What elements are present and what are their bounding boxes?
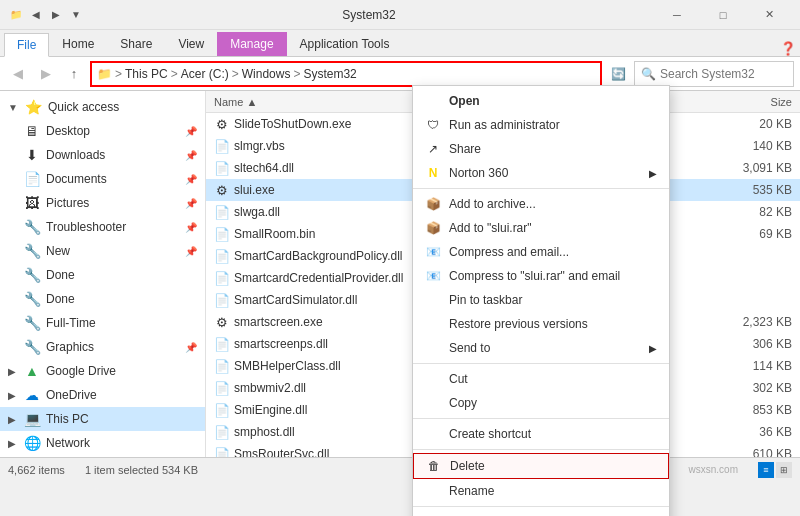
sidebar-item-done1[interactable]: 🔧 Done (0, 263, 205, 287)
sidebar-item-desktop[interactable]: 🖥 Desktop 📌 (0, 119, 205, 143)
archive-icon: 📦 (425, 196, 441, 212)
copy-icon (425, 395, 441, 411)
file-size: 2,323 KB (712, 315, 792, 329)
cm-restore-versions[interactable]: Restore previous versions (413, 312, 669, 336)
sidebar-item-downloads[interactable]: ⬇ Downloads 📌 (0, 143, 205, 167)
tab-share[interactable]: Share (107, 32, 165, 56)
cm-file-insight[interactable]: File Insight (413, 510, 669, 516)
expand-icon: ▶ (8, 414, 16, 425)
file-size: 535 KB (712, 183, 792, 197)
file-icon: 📄 (214, 270, 230, 286)
search-box[interactable]: 🔍 (634, 61, 794, 87)
search-input[interactable] (660, 67, 787, 81)
sidebar-item-label: OneDrive (46, 388, 197, 402)
shortcut-icon (425, 426, 441, 442)
tab-view[interactable]: View (165, 32, 217, 56)
refresh-button[interactable]: 🔄 (606, 62, 630, 86)
cm-add-archive[interactable]: 📦 Add to archive... (413, 192, 669, 216)
star-icon: ⭐ (26, 99, 42, 115)
window-controls: ─ □ ✕ (654, 0, 792, 30)
cm-compress-email[interactable]: 📧 Compress and email... (413, 240, 669, 264)
cm-label: Run as administrator (449, 118, 560, 132)
tab-home[interactable]: Home (49, 32, 107, 56)
file-icon: ⚙ (214, 116, 230, 132)
sidebar-item-new[interactable]: 🔧 New 📌 (0, 239, 205, 263)
cm-separator (413, 418, 669, 419)
cm-send-to[interactable]: Send to ▶ (413, 336, 669, 360)
tab-file[interactable]: File (4, 33, 49, 57)
breadcrumb-acer[interactable]: Acer (C:) (181, 67, 229, 81)
sidebar-item-onedrive[interactable]: ▶ ☁ OneDrive (0, 383, 205, 407)
cm-add-rar[interactable]: 📦 Add to "slui.rar" (413, 216, 669, 240)
maximize-button[interactable]: □ (700, 0, 746, 30)
selected-info: 1 item selected 534 KB (85, 464, 198, 476)
sidebar-item-documents[interactable]: 📄 Documents 📌 (0, 167, 205, 191)
context-menu: Open 🛡 Run as administrator ↗ Share N No… (412, 85, 670, 516)
done-icon: 🔧 (24, 267, 40, 283)
file-icon: 📄 (214, 160, 230, 176)
shield-icon: 🛡 (425, 117, 441, 133)
sidebar: ▼ ⭐ Quick access 🖥 Desktop 📌 ⬇ Downloads… (0, 91, 206, 457)
sidebar-item-quick-access[interactable]: ▼ ⭐ Quick access (0, 95, 205, 119)
cm-pin-taskbar[interactable]: Pin to taskbar (413, 288, 669, 312)
pin-icon: 📌 (185, 174, 197, 185)
sidebar-item-fulltime[interactable]: 🔧 Full-Time (0, 311, 205, 335)
cm-cut[interactable]: Cut (413, 367, 669, 391)
cm-label: Delete (450, 459, 485, 473)
breadcrumb[interactable]: 📁 > This PC > Acer (C:) > Windows > Syst… (90, 61, 602, 87)
file-size: 610 KB (712, 447, 792, 457)
sidebar-item-google-drive[interactable]: ▶ ▲ Google Drive (0, 359, 205, 383)
folder-icon: 📁 (8, 7, 24, 23)
file-icon: ⚙ (214, 314, 230, 330)
cm-run-as-admin[interactable]: 🛡 Run as administrator (413, 113, 669, 137)
sidebar-item-label: Troubleshooter (46, 220, 179, 234)
sidebar-item-label: Quick access (48, 100, 197, 114)
sidebar-item-done2[interactable]: 🔧 Done (0, 287, 205, 311)
file-icon: 📄 (214, 292, 230, 308)
cm-copy[interactable]: Copy (413, 391, 669, 415)
sidebar-item-troubleshooter[interactable]: 🔧 Troubleshooter 📌 (0, 215, 205, 239)
forward-button[interactable]: ▶ (34, 62, 58, 86)
sidebar-item-network[interactable]: ▶ 🌐 Network (0, 431, 205, 455)
column-size[interactable]: Size (712, 96, 792, 108)
sidebar-item-pictures[interactable]: 🖼 Pictures 📌 (0, 191, 205, 215)
tab-application-tools[interactable]: Application Tools (287, 32, 403, 56)
cm-rename[interactable]: Rename (413, 479, 669, 503)
cm-share[interactable]: ↗ Share (413, 137, 669, 161)
sidebar-item-label: Google Drive (46, 364, 197, 378)
breadcrumb-windows[interactable]: Windows (242, 67, 291, 81)
back-icon-small: ◀ (28, 7, 44, 23)
file-icon: 📄 (214, 226, 230, 242)
breadcrumb-thispc[interactable]: This PC (125, 67, 168, 81)
file-size: 3,091 KB (712, 161, 792, 175)
cm-create-shortcut[interactable]: Create shortcut (413, 422, 669, 446)
breadcrumb-system32[interactable]: System32 (303, 67, 356, 81)
icons-view-button[interactable]: ⊞ (776, 462, 792, 478)
minimize-button[interactable]: ─ (654, 0, 700, 30)
search-icon: 🔍 (641, 67, 656, 81)
this-pc-icon: 💻 (24, 411, 40, 427)
cm-label: Compress and email... (449, 245, 569, 259)
sidebar-item-this-pc[interactable]: ▶ 💻 This PC (0, 407, 205, 431)
compress-icon: 📧 (425, 244, 441, 260)
cm-delete[interactable]: 🗑 Delete (413, 453, 669, 479)
forward-icon-small: ▶ (48, 7, 64, 23)
sidebar-item-graphics[interactable]: 🔧 Graphics 📌 (0, 335, 205, 359)
back-button[interactable]: ◀ (6, 62, 30, 86)
expand-icon: ▶ (8, 390, 16, 401)
file-size: 306 KB (712, 337, 792, 351)
close-button[interactable]: ✕ (746, 0, 792, 30)
tab-manage[interactable]: Manage (217, 32, 286, 56)
pin-icon: 📌 (185, 126, 197, 137)
details-view-button[interactable]: ≡ (758, 462, 774, 478)
cm-norton[interactable]: N Norton 360 ▶ (413, 161, 669, 185)
up-button[interactable]: ↑ (62, 62, 86, 86)
cm-open[interactable]: Open (413, 89, 669, 113)
file-icon: 📄 (214, 380, 230, 396)
file-icon: 📄 (214, 204, 230, 220)
cm-compress-rar-email[interactable]: 📧 Compress to "slui.rar" and email (413, 264, 669, 288)
pictures-icon: 🖼 (24, 195, 40, 211)
help-icon[interactable]: ❓ (780, 41, 796, 56)
open-icon (425, 93, 441, 109)
sidebar-item-label: Documents (46, 172, 179, 186)
